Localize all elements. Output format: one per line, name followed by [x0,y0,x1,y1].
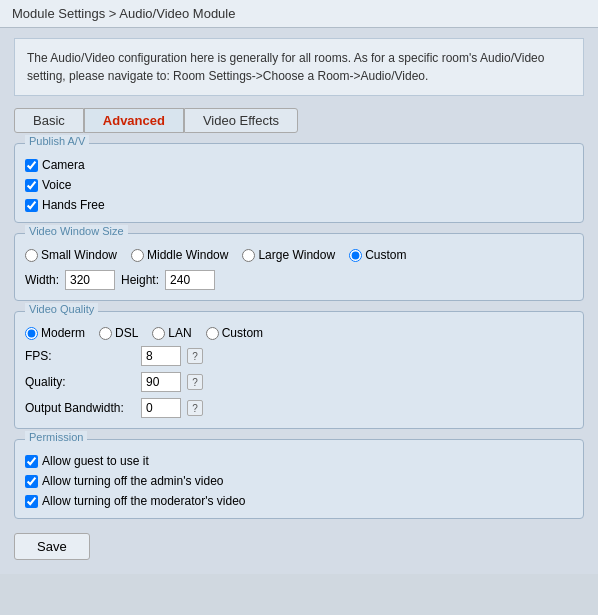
module-name: Audio/Video Module [119,6,235,21]
publish-av-content: Camera Voice Hands Free [25,158,573,212]
quality-label: Quality: [25,375,135,389]
dsl-label: DSL [115,326,138,340]
quality-help-icon[interactable]: ? [187,374,203,390]
quality-radio-row: Moderm DSL LAN Custom [25,326,573,340]
fps-input[interactable] [141,346,181,366]
info-text: The Audio/Video configuration here is ge… [14,38,584,96]
hands-free-checkbox[interactable] [25,199,38,212]
permission-legend: Permission [25,431,87,443]
camera-row: Camera [25,158,573,172]
fps-help-icon[interactable]: ? [187,348,203,364]
fps-row: FPS: ? [25,346,573,366]
breadcrumb: Module Settings > Audio/Video Module [0,0,598,28]
permission-content: Allow guest to use it Allow turning off … [25,454,573,508]
custom-window-label: Custom [365,248,406,262]
large-window-radio[interactable] [242,249,255,262]
tab-bar: Basic Advanced Video Effects [14,108,584,133]
middle-window-label: Middle Window [147,248,228,262]
voice-checkbox[interactable] [25,179,38,192]
module-settings-link[interactable]: Module Settings [12,6,105,21]
video-window-size-section: Video Window Size Small Window Middle Wi… [14,233,584,301]
modem-label: Moderm [41,326,85,340]
custom-quality-option: Custom [206,326,263,340]
tab-basic[interactable]: Basic [14,108,84,133]
voice-label: Voice [42,178,71,192]
bandwidth-label: Output Bandwidth: [25,401,135,415]
video-quality-section: Video Quality Moderm DSL LAN Custom [14,311,584,429]
dsl-radio[interactable] [99,327,112,340]
video-window-size-legend: Video Window Size [25,225,128,237]
middle-window-radio[interactable] [131,249,144,262]
camera-label: Camera [42,158,85,172]
allow-guest-label: Allow guest to use it [42,454,149,468]
lan-label: LAN [168,326,191,340]
hands-free-row: Hands Free [25,198,573,212]
publish-av-legend: Publish A/V [25,135,89,147]
modem-option: Moderm [25,326,85,340]
custom-quality-label: Custom [222,326,263,340]
save-button[interactable]: Save [14,533,90,560]
video-window-size-content: Small Window Middle Window Large Window … [25,248,573,290]
dsl-option: DSL [99,326,138,340]
width-label: Width: [25,273,59,287]
lan-option: LAN [152,326,191,340]
size-input-row: Width: Height: [25,270,573,290]
tab-advanced[interactable]: Advanced [84,108,184,133]
allow-admin-row: Allow turning off the admin's video [25,474,573,488]
allow-guest-checkbox[interactable] [25,455,38,468]
fps-label: FPS: [25,349,135,363]
width-input[interactable] [65,270,115,290]
custom-window-radio[interactable] [349,249,362,262]
video-quality-content: Moderm DSL LAN Custom FPS: ? [25,326,573,418]
custom-quality-radio[interactable] [206,327,219,340]
height-input[interactable] [165,270,215,290]
window-size-radio-row: Small Window Middle Window Large Window … [25,248,573,262]
bandwidth-row: Output Bandwidth: ? [25,398,573,418]
main-container: The Audio/Video configuration here is ge… [0,28,598,574]
bandwidth-input[interactable] [141,398,181,418]
allow-moderator-checkbox[interactable] [25,495,38,508]
video-quality-legend: Video Quality [25,303,98,315]
allow-moderator-label: Allow turning off the moderator's video [42,494,246,508]
large-window-option: Large Window [242,248,335,262]
custom-window-option: Custom [349,248,406,262]
small-window-label: Small Window [41,248,117,262]
allow-admin-checkbox[interactable] [25,475,38,488]
hands-free-label: Hands Free [42,198,105,212]
middle-window-option: Middle Window [131,248,228,262]
allow-admin-label: Allow turning off the admin's video [42,474,224,488]
small-window-radio[interactable] [25,249,38,262]
breadcrumb-separator: > [105,6,119,21]
modem-radio[interactable] [25,327,38,340]
large-window-label: Large Window [258,248,335,262]
permission-section: Permission Allow guest to use it Allow t… [14,439,584,519]
allow-guest-row: Allow guest to use it [25,454,573,468]
quality-input[interactable] [141,372,181,392]
tab-video-effects[interactable]: Video Effects [184,108,298,133]
height-label: Height: [121,273,159,287]
quality-input-row: Quality: ? [25,372,573,392]
camera-checkbox[interactable] [25,159,38,172]
lan-radio[interactable] [152,327,165,340]
small-window-option: Small Window [25,248,117,262]
voice-row: Voice [25,178,573,192]
bandwidth-help-icon[interactable]: ? [187,400,203,416]
allow-moderator-row: Allow turning off the moderator's video [25,494,573,508]
publish-av-section: Publish A/V Camera Voice Hands Free [14,143,584,223]
